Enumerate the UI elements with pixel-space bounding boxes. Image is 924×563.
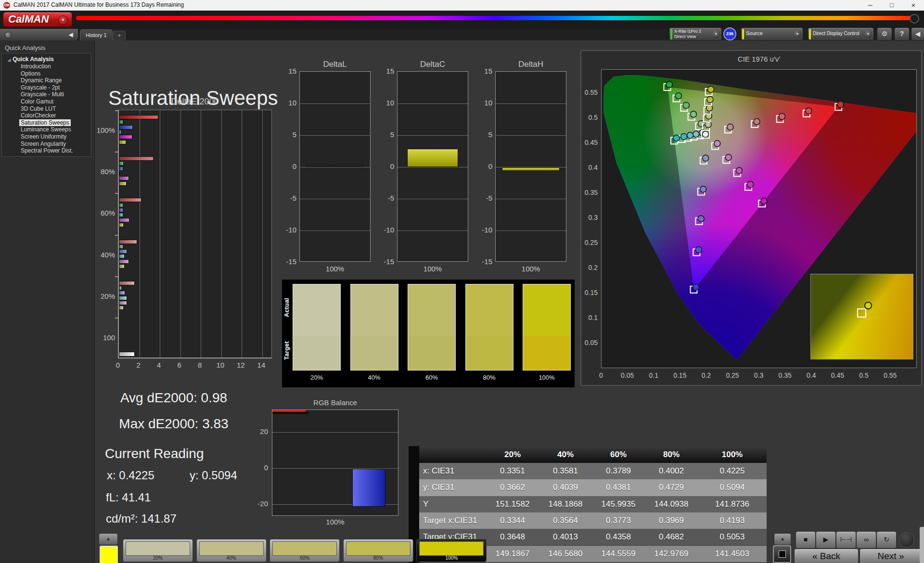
panel-collapse-icon[interactable]: ◀ bbox=[911, 27, 924, 41]
chevron-down-icon[interactable]: ▼ bbox=[794, 30, 801, 38]
deltae-group-label: 80% bbox=[92, 167, 115, 176]
toolbar-swatch-80%[interactable]: 80% bbox=[343, 539, 413, 562]
meter-indicator-button[interactable] bbox=[899, 532, 914, 548]
meter-count-badge[interactable]: 236 bbox=[723, 27, 736, 40]
add-tab-button[interactable]: + bbox=[113, 31, 126, 40]
loop-button[interactable]: ∞ bbox=[856, 531, 876, 549]
sidebar-collapse-icon[interactable]: ◀ bbox=[66, 30, 75, 39]
app-icon: CM bbox=[3, 2, 10, 9]
gridline bbox=[496, 199, 566, 199]
tab-row: ◀ History 1 + X-Rite i1Pro 2 Direct View… bbox=[0, 29, 924, 40]
calman-logo-text: CalMAN bbox=[8, 13, 49, 26]
minimize-button[interactable]: ─ bbox=[860, 0, 881, 10]
gridline bbox=[398, 230, 468, 231]
swatch-target bbox=[408, 336, 455, 370]
cie-y-tick: 0.4 bbox=[576, 164, 598, 171]
spectrum-slider[interactable] bbox=[76, 16, 912, 20]
deltal-y-tick: -15 bbox=[279, 257, 296, 266]
source-dropdown[interactable]: Source ▼ bbox=[741, 27, 803, 41]
calman-logo-button[interactable]: CalMAN ▼ bbox=[3, 12, 72, 27]
record-dot-icon[interactable] bbox=[5, 32, 12, 38]
table-cell: 145.9935 bbox=[592, 496, 645, 512]
close-button[interactable]: × bbox=[903, 0, 924, 10]
next-button[interactable]: Next » bbox=[860, 549, 922, 563]
help-button[interactable]: ? bbox=[894, 27, 910, 41]
deltac-y-tick: -15 bbox=[377, 257, 394, 266]
cie-y-tick: 0.2 bbox=[576, 264, 598, 271]
deltae-group-label: 100 bbox=[92, 333, 115, 342]
play-button[interactable]: ▶ bbox=[816, 531, 836, 549]
chevron-down-icon[interactable]: ▼ bbox=[864, 30, 872, 38]
display-control-label: Direct Display Control bbox=[813, 31, 860, 36]
cie-y-tick: 0.15 bbox=[576, 289, 598, 296]
swatch-actual bbox=[466, 284, 513, 336]
cie-measured-circle bbox=[727, 124, 733, 130]
deltae-bar-60%-yellow bbox=[119, 223, 124, 227]
gridline bbox=[300, 167, 370, 167]
cie-measured-circle bbox=[779, 114, 785, 120]
table-row: y: CIE310.36620.40390.43810.47290.5094 bbox=[419, 479, 767, 496]
rgb-bar-blue bbox=[352, 469, 385, 507]
deltae-bar-80%-yellow bbox=[119, 181, 127, 186]
chevron-down-icon[interactable]: ▼ bbox=[712, 30, 720, 38]
deltac-y-tick: -10 bbox=[377, 226, 394, 234]
toolbar-swatch-60%[interactable]: 60% bbox=[270, 539, 340, 562]
source-label: Source bbox=[746, 30, 763, 36]
toolbar-swatch-100%[interactable]: 100% bbox=[416, 539, 487, 562]
deltal-y-tick: 0 bbox=[279, 162, 296, 170]
maximize-button[interactable]: □ bbox=[881, 0, 902, 10]
side-scroll-handle[interactable] bbox=[920, 527, 924, 563]
deltae-bar-20%-yellow bbox=[119, 306, 124, 310]
gridline bbox=[272, 432, 398, 433]
deltah-x-label: 100% bbox=[495, 265, 566, 273]
cie-measured-circle bbox=[666, 81, 672, 88]
toolbar-swatch-40%[interactable]: 40% bbox=[196, 539, 267, 562]
cie-measured-circle bbox=[693, 284, 699, 290]
transport-scroll-up-button[interactable]: ▲ bbox=[774, 533, 791, 545]
deltae-bar-40%-red bbox=[119, 240, 137, 244]
cie-measured-circle bbox=[754, 118, 760, 125]
toolbar-swatch-label: 20% bbox=[123, 555, 192, 561]
spectrum-slider-knob[interactable] bbox=[910, 14, 919, 24]
deltal-x-label: 100% bbox=[299, 265, 371, 273]
step-button[interactable]: ⊢⊣ bbox=[836, 531, 856, 549]
deltae-chart-title: DeltaE 2000 bbox=[118, 97, 272, 107]
stop-button[interactable]: ■ bbox=[796, 531, 816, 549]
display-control-dropdown[interactable]: Direct Display Control ▼ bbox=[808, 27, 874, 41]
gridline bbox=[398, 199, 468, 199]
gear-icon[interactable]: ⚙ bbox=[877, 27, 892, 41]
cie-x-tick: 0.2 bbox=[696, 371, 716, 379]
table-cell: 0.3773 bbox=[592, 512, 645, 529]
deltae-bar-80%-green bbox=[119, 161, 124, 166]
deltae-bar-100%-green bbox=[119, 120, 123, 124]
tab-history-1[interactable]: History 1 bbox=[80, 29, 113, 40]
table-cell: 0.4039 bbox=[539, 479, 592, 496]
gridline bbox=[262, 110, 263, 358]
deltae-x-tick: 14 bbox=[255, 361, 268, 369]
cie-measured-circle bbox=[725, 154, 732, 161]
deltac-y-tick: -5 bbox=[377, 194, 394, 202]
repeat-button[interactable]: ↻ bbox=[876, 531, 897, 549]
deltah-chart-title: DeltaH bbox=[495, 60, 566, 69]
swatch-target bbox=[293, 336, 340, 370]
table-cell: 0.3344 bbox=[486, 512, 539, 529]
swatch-scroll-up-button[interactable]: ▲ bbox=[99, 533, 118, 545]
deltae-bar-100-white bbox=[119, 352, 135, 357]
active-color-swatch[interactable] bbox=[100, 546, 118, 563]
table-cell: 0.3351 bbox=[486, 463, 539, 479]
table-row: x: CIE310.33510.35810.37890.40020.4225 bbox=[419, 463, 767, 479]
rgb-y-tick: 20 bbox=[249, 427, 268, 435]
deltah-y-tick: 15 bbox=[475, 67, 492, 75]
deltae-bar-20%-blue bbox=[119, 291, 125, 295]
logo-dropdown-icon[interactable]: ▼ bbox=[58, 15, 68, 25]
axis-tick bbox=[115, 110, 118, 111]
axis-tick bbox=[115, 193, 118, 194]
meter-dropdown[interactable]: X-Rite i1Pro 2 Direct View ▼ bbox=[669, 27, 722, 41]
swatch-100% bbox=[523, 284, 571, 371]
cie-x-tick: 0.1 bbox=[644, 371, 663, 379]
cie-x-tick: 0.5 bbox=[854, 371, 873, 379]
toolbar-swatch-20%[interactable]: 20% bbox=[123, 539, 193, 562]
stop-big-button[interactable] bbox=[773, 545, 791, 563]
cie-x-tick: 0.35 bbox=[775, 371, 795, 379]
back-button[interactable]: « Back bbox=[794, 549, 859, 563]
